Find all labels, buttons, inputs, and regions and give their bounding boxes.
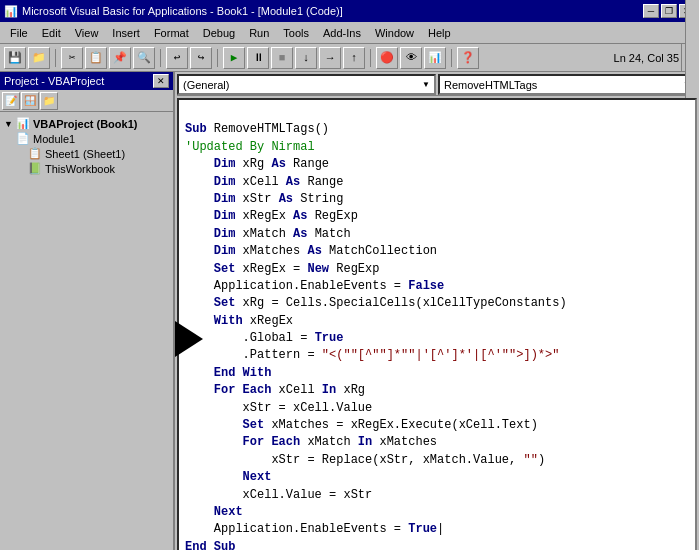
- toolbar-stop[interactable]: ■: [271, 47, 293, 69]
- arrow-container: [175, 321, 203, 357]
- toolbar-cut[interactable]: ✂: [61, 47, 83, 69]
- project-icon: 📊: [16, 117, 30, 130]
- toolbar-find[interactable]: 🔍: [133, 47, 155, 69]
- menu-format[interactable]: Format: [148, 25, 195, 41]
- sheet1-icon: 📋: [28, 147, 42, 160]
- toolbar-copy[interactable]: 📋: [85, 47, 107, 69]
- project-title-text: Project - VBAProject: [4, 75, 104, 87]
- toolbar-step-out[interactable]: ↑: [343, 47, 365, 69]
- toolbar-step-into[interactable]: ↓: [295, 47, 317, 69]
- toolbar-separator-5: [451, 49, 452, 67]
- project-title-bar: Project - VBAProject ✕: [0, 72, 173, 90]
- content-area: Project - VBAProject ✕ 📝 🪟 📁 ▼ 📊 VBAProj…: [0, 72, 699, 550]
- toolbar-paste[interactable]: 📌: [109, 47, 131, 69]
- tree-thisworkbook-label: ThisWorkbook: [45, 163, 115, 175]
- toolbar-pause[interactable]: ⏸: [247, 47, 269, 69]
- code-panel: (General) ▼ RemoveHTMLTags ▼ Sub RemoveH…: [175, 72, 699, 550]
- code-editor[interactable]: Sub RemoveHTMLTags() 'Updated By Nirmal …: [177, 98, 697, 550]
- toolbar-separator-4: [370, 49, 371, 67]
- procedure-combo-text: RemoveHTMLTags: [444, 79, 537, 91]
- toolbar-redo[interactable]: ↪: [190, 47, 212, 69]
- toolbar-run[interactable]: ▶: [223, 47, 245, 69]
- title-bar-left: 📊 Microsoft Visual Basic for Application…: [4, 5, 343, 18]
- menu-window[interactable]: Window: [369, 25, 420, 41]
- tree-indent-2: 📋 Sheet1 (Sheet1) 📗 ThisWorkbook: [4, 146, 169, 176]
- toolbar-watch[interactable]: 👁: [400, 47, 422, 69]
- code-area-wrapper: Sub RemoveHTMLTags() 'Updated By Nirmal …: [177, 98, 697, 550]
- code-header: (General) ▼ RemoveHTMLTags ▼: [177, 74, 697, 96]
- toolbar-locals[interactable]: 📊: [424, 47, 446, 69]
- procedure-combo[interactable]: RemoveHTMLTags ▼: [438, 74, 697, 95]
- tree-module1-label: Module1: [33, 133, 75, 145]
- toolbar-separator-3: [217, 49, 218, 67]
- menu-bar: File Edit View Insert Format Debug Run T…: [0, 22, 699, 44]
- title-text: Microsoft Visual Basic for Applications …: [22, 5, 343, 17]
- workbook-icon: 📗: [28, 162, 42, 175]
- toolbar-btn-1[interactable]: 💾: [4, 47, 26, 69]
- proj-view-obj[interactable]: 🪟: [21, 92, 39, 110]
- toolbar-help[interactable]: ❓: [457, 47, 479, 69]
- project-panel: Project - VBAProject ✕ 📝 🪟 📁 ▼ 📊 VBAProj…: [0, 72, 175, 550]
- project-close-btn[interactable]: ✕: [153, 74, 169, 88]
- minimize-button[interactable]: ─: [643, 4, 659, 18]
- title-bar: 📊 Microsoft Visual Basic for Application…: [0, 0, 699, 22]
- tree-sheet1-label: Sheet1 (Sheet1): [45, 148, 125, 160]
- menu-view[interactable]: View: [69, 25, 105, 41]
- menu-file[interactable]: File: [4, 25, 34, 41]
- menu-debug[interactable]: Debug: [197, 25, 241, 41]
- toolbar-btn-2[interactable]: 📁: [28, 47, 50, 69]
- toolbar-separator-2: [160, 49, 161, 67]
- toolbar-undo[interactable]: ↩: [166, 47, 188, 69]
- toolbar-bp[interactable]: 🔴: [376, 47, 398, 69]
- tree-item-label: VBAProject (Book1): [33, 118, 138, 130]
- toolbar-separator-1: [55, 49, 56, 67]
- menu-tools[interactable]: Tools: [277, 25, 315, 41]
- arrow-right-icon: [175, 321, 203, 357]
- expand-icon: ▼: [4, 119, 13, 129]
- general-combo[interactable]: (General) ▼: [177, 74, 436, 95]
- proj-view-code[interactable]: 📝: [2, 92, 20, 110]
- tree-indent-1: 📄 Module1: [4, 131, 169, 146]
- general-combo-arrow[interactable]: ▼: [422, 80, 430, 89]
- restore-button[interactable]: ❐: [661, 4, 677, 18]
- module1-icon: 📄: [16, 132, 30, 145]
- app-icon: 📊: [4, 5, 18, 18]
- status-right: Ln 24, Col 35: [614, 52, 679, 64]
- menu-help[interactable]: Help: [422, 25, 457, 41]
- menu-run[interactable]: Run: [243, 25, 275, 41]
- menu-addins[interactable]: Add-Ins: [317, 25, 367, 41]
- toolbar-step-over[interactable]: →: [319, 47, 341, 69]
- project-toolbar: 📝 🪟 📁: [0, 90, 173, 112]
- tree-module1[interactable]: 📄 Module1: [16, 131, 169, 146]
- tree-thisworkbook[interactable]: 📗 ThisWorkbook: [28, 161, 169, 176]
- tree-vbaproject[interactable]: ▼ 📊 VBAProject (Book1): [4, 116, 169, 131]
- general-combo-text: (General): [183, 79, 229, 91]
- tree-sheet1[interactable]: 📋 Sheet1 (Sheet1): [28, 146, 169, 161]
- ln-col-status: Ln 24, Col 35: [614, 52, 679, 64]
- menu-edit[interactable]: Edit: [36, 25, 67, 41]
- proj-toggle-folders[interactable]: 📁: [40, 92, 58, 110]
- menu-insert[interactable]: Insert: [106, 25, 146, 41]
- toolbar: 💾 📁 ✂ 📋 📌 🔍 ↩ ↪ ▶ ⏸ ■ ↓ → ↑ 🔴 👁 📊 ❓ Ln 2…: [0, 44, 699, 72]
- project-tree: ▼ 📊 VBAProject (Book1) 📄 Module1 📋 Sheet…: [0, 112, 173, 550]
